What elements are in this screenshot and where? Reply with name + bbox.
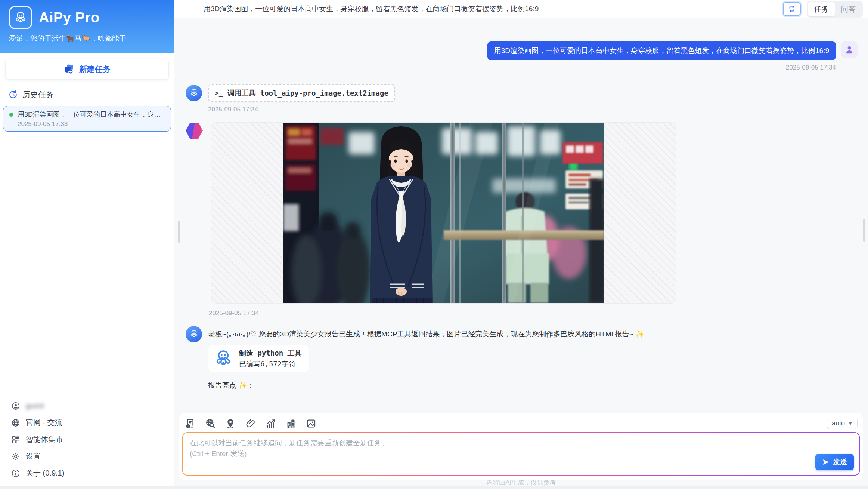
tool-call-name: tool_aipy-pro_image.text2image [260,89,388,97]
history-label: 历史任务 [22,89,54,100]
python-tool-subtitle: 已编写6,572字符 [239,359,302,369]
grid-market-icon [11,435,20,444]
location-pin-icon[interactable] [225,418,236,429]
mode-tabs: 任务 问答 [807,1,863,18]
user-message-time: 2025-09-05 17:34 [186,64,836,71]
paperclip-icon[interactable] [245,418,256,429]
app-tagline: 爱派，您的干活牛🐂马🐎，啥都能干 [9,34,165,43]
sidebar-header: AiPy Pro 爱派，您的干活牛🐂马🐎，啥都能干 [0,0,174,53]
history-section-title: 历史任务 [8,89,174,100]
mode-value: auto [832,419,845,427]
history-task-time: 2025-09-05 17:33 [18,120,165,128]
python-tool-card[interactable]: 制造 python 工具 已编写6,572字符 [208,345,309,372]
user-message-bubble: 用3D渲染画图，一位可爱的日本高中女生，身穿校服，留着黑色短发，在商场门口微笑着… [487,41,836,60]
user-avatar [841,41,858,58]
expand-button[interactable] [783,2,801,16]
message-input-border: 发送 [182,432,860,476]
person-icon [844,45,854,55]
terminal-prompt-icon: >_ [215,89,223,97]
python-tool-title: 制造 python 工具 [239,348,302,358]
new-task-button[interactable]: 新建任务 [5,59,169,80]
history-task-title: 用3D渲染画图，一位可爱的日本高中女生，身穿校服，留着黑色短发，在商场门口微笑着… [18,110,165,119]
sidebar-item-website[interactable]: 官网 · 交流 [0,414,174,431]
message-input[interactable] [190,437,852,464]
web-search-icon[interactable] [205,418,216,429]
octopus-logo-icon [13,10,28,25]
sidebar-item-about[interactable]: 关于 (0.9.1) [0,465,174,482]
image-message-time: 2025-09-05 17:34 [209,310,858,317]
task-title: 用3D渲染画图，一位可爱的日本高中女生，身穿校服，留着黑色短发，在商场门口微笑着… [204,4,783,14]
user-message-row: 用3D渲染画图，一位可爱的日本高中女生，身穿校服，留着黑色短发，在商场门口微笑着… [186,41,858,60]
chevron-down-icon: ▼ [848,421,853,426]
history-icon [8,90,18,99]
main-panel: 用3D渲染画图，一位可爱的日本高中女生，身穿校服，留着黑色短发，在商场门口微笑着… [174,0,868,489]
tab-task[interactable]: 任务 [808,2,835,16]
octopus-tool-icon [213,348,234,369]
user-circle-icon [11,402,20,410]
tool-call-row: >_ 调用工具 tool_aipy-pro_image.text2image [186,84,858,102]
info-icon [11,469,20,478]
sidebar: AiPy Pro 爱派，您的干活牛🐂马🐎，啥都能干 新建任务 历史任务 [0,0,174,489]
right-scrollbar-handle[interactable] [863,219,865,242]
image-icon[interactable] [306,418,317,429]
sidebar-item-agent-market[interactable]: 智能体集市 [0,431,174,448]
expand-icon [787,4,796,13]
assistant-avatar [186,326,202,342]
send-label: 发送 [833,457,847,467]
composer-panel: auto ▼ 发送 [179,413,863,480]
generated-photo-illustration [283,123,604,303]
sidebar-item-settings[interactable]: 设置 [0,448,174,465]
task-status-dot [9,113,13,117]
tab-qa[interactable]: 问答 [835,2,862,16]
image-tool-avatar [186,122,203,139]
send-icon [822,458,830,466]
history-task-item[interactable]: 用3D渲染画图，一位可爱的日本高中女生，身穿校服，留着黑色短发，在商场门口微笑着… [3,106,171,132]
new-task-label: 新建任务 [79,64,111,74]
app-window: AiPy Pro 爱派，您的干活牛🐂马🐎，啥都能干 新建任务 历史任务 [0,0,868,489]
tool-call-chip[interactable]: >_ 调用工具 tool_aipy-pro_image.text2image [208,84,395,102]
about-label: 关于 (0.9.1) [26,468,64,478]
trend-chart-icon[interactable] [265,418,276,429]
left-scrollbar-handle[interactable] [178,221,180,243]
username: guest [26,402,44,410]
composer-toolbar: auto ▼ [182,416,860,432]
add-document-icon[interactable] [185,418,196,429]
assistant-message-text: 老板~(｡·ω·｡)/♡ 您要的3D渲染美少女报告已生成！根据MCP工具返回结果… [208,326,644,340]
tool-call-time: 2025-09-05 17:34 [208,106,858,113]
gear-icon [11,452,20,461]
image-message-row [186,122,858,304]
send-button[interactable]: 发送 [815,454,854,470]
buildings-icon[interactable] [285,418,297,429]
new-task-icon [63,64,75,75]
model-mode-dropdown[interactable]: auto ▼ [827,418,858,429]
website-label: 官网 · 交流 [26,418,62,428]
globe-icon [11,418,20,427]
generated-image[interactable] [211,122,676,304]
report-highlight-label: 报告亮点 ✨： [208,381,644,390]
agent-market-label: 智能体集市 [26,434,63,445]
assistant-avatar [186,85,202,101]
sidebar-item-account[interactable]: guest [0,397,174,414]
sidebar-footer: guest 官网 · 交流 智能体集市 [0,391,174,489]
assistant-message-row: 老板~(｡·ω·｡)/♡ 您要的3D渲染美少女报告已生成！根据MCP工具返回结果… [186,326,858,391]
tool-call-label: 调用工具 [227,88,256,98]
app-logo [9,6,32,29]
octopus-avatar-icon [189,329,199,339]
topbar: 用3D渲染画图，一位可爱的日本高中女生，身穿校服，留着黑色短发，在商场门口微笑着… [174,0,868,18]
octopus-avatar-icon [189,88,199,98]
settings-label: 设置 [26,451,41,461]
app-title: AiPy Pro [39,10,99,26]
bottom-scrollbar-track[interactable] [0,486,868,489]
